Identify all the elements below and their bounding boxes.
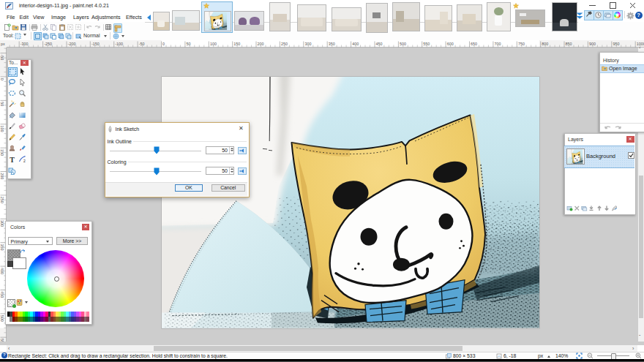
svg-text:450: 450 bbox=[376, 42, 383, 46]
svg-text:150: 150 bbox=[0, 149, 4, 156]
svg-text:650: 650 bbox=[471, 42, 477, 46]
svg-text:550: 550 bbox=[423, 42, 430, 46]
svg-text:-50: -50 bbox=[139, 42, 145, 46]
svg-text:T: T bbox=[10, 156, 15, 164]
svg-text:400: 400 bbox=[0, 268, 4, 274]
svg-text:250: 250 bbox=[0, 197, 4, 203]
svg-text:-300: -300 bbox=[20, 42, 29, 46]
svg-text:-200: -200 bbox=[68, 42, 76, 46]
svg-text:300: 300 bbox=[304, 42, 311, 46]
svg-text:-150: -150 bbox=[91, 42, 100, 46]
svg-text:250: 250 bbox=[281, 42, 288, 46]
svg-text:100: 100 bbox=[210, 42, 217, 46]
svg-text:0: 0 bbox=[0, 78, 4, 80]
svg-text:-50: -50 bbox=[0, 54, 4, 60]
svg-text:550: 550 bbox=[0, 339, 4, 342]
svg-text:350: 350 bbox=[0, 244, 4, 251]
svg-text:900: 900 bbox=[589, 42, 596, 46]
svg-text:950: 950 bbox=[613, 42, 619, 46]
svg-text:2: 2 bbox=[23, 159, 26, 163]
svg-text:-100: -100 bbox=[115, 42, 123, 46]
svg-text:500: 500 bbox=[0, 315, 4, 322]
svg-text:-250: -250 bbox=[44, 42, 52, 46]
svg-text:0: 0 bbox=[162, 42, 165, 46]
svg-text:200: 200 bbox=[0, 173, 4, 179]
svg-text:750: 750 bbox=[518, 42, 525, 46]
svg-text:350: 350 bbox=[329, 42, 335, 46]
svg-text:700: 700 bbox=[495, 42, 501, 46]
svg-text:50: 50 bbox=[0, 102, 4, 106]
svg-text:300: 300 bbox=[0, 220, 4, 227]
svg-text:850: 850 bbox=[566, 42, 572, 46]
svg-text:100: 100 bbox=[0, 126, 4, 132]
svg-text:200: 200 bbox=[258, 42, 264, 46]
svg-text:150: 150 bbox=[233, 42, 240, 46]
svg-text:450: 450 bbox=[0, 291, 4, 298]
svg-text:600: 600 bbox=[447, 42, 454, 46]
svg-text:400: 400 bbox=[352, 42, 359, 46]
